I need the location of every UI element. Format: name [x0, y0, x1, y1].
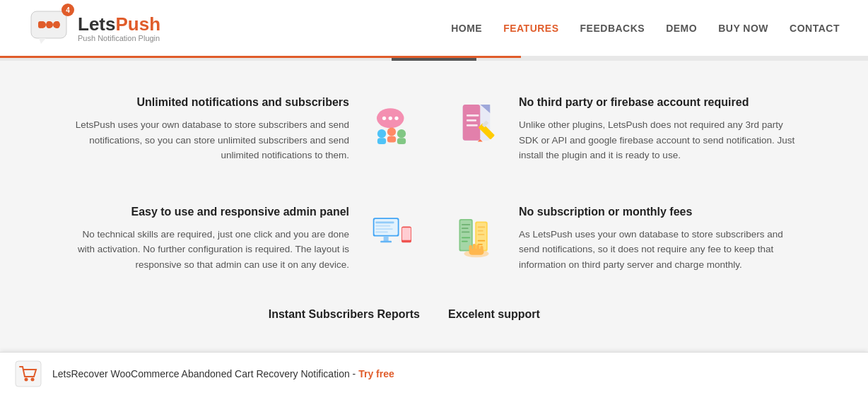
logo-push: Push [115, 13, 160, 35]
svg-rect-59 [476, 244, 479, 252]
svg-rect-60 [480, 245, 483, 251]
svg-rect-57 [469, 245, 472, 252]
header: 4 LetsPush Push Notification Plugin HOME… [0, 0, 868, 58]
svg-rect-23 [463, 105, 481, 141]
svg-rect-38 [375, 225, 390, 227]
svg-rect-58 [473, 244, 476, 252]
nav-buy-now[interactable]: BUY NOW [718, 23, 768, 34]
features-grid: Unlimited notifications and subscribers … [57, 75, 811, 294]
svg-rect-45 [462, 231, 469, 232]
partial-reports-title: Instant Subscribers Reports [71, 308, 420, 321]
svg-rect-46 [462, 237, 470, 238]
feature-firebase: No third party or firebase account requi… [434, 75, 811, 184]
svg-rect-5 [38, 21, 42, 28]
feature-fees-title: No subscription or monthly fees [519, 206, 797, 218]
feature-firebase-text: No third party or firebase account requi… [519, 96, 797, 163]
svg-rect-39 [375, 228, 393, 230]
feature-unlimited-text: Unlimited notifications and subscribers … [71, 96, 349, 163]
svg-rect-40 [375, 231, 388, 232]
svg-rect-37 [375, 221, 394, 223]
svg-marker-4 [39, 38, 46, 44]
nav-contact[interactable]: CONTACT [790, 23, 840, 34]
svg-point-18 [394, 117, 398, 120]
fees-icon [448, 206, 505, 262]
svg-rect-7 [55, 21, 59, 28]
svg-rect-35 [402, 228, 411, 240]
svg-rect-43 [462, 224, 470, 225]
feature-admin-title: Easy to use and responsive admin panel [71, 206, 349, 218]
svg-point-10 [377, 129, 386, 138]
svg-point-36 [406, 240, 408, 242]
feature-unlimited-desc: LetsPush uses your own database to store… [71, 117, 349, 163]
notification-badge: 4 [61, 4, 74, 16]
logo-lets: Lets [78, 13, 115, 35]
svg-rect-47 [462, 240, 468, 242]
main-nav: HOME FEATURES FEEDBACKS DEMO BUY NOW CON… [451, 23, 840, 34]
logo-area: 4 LetsPush Push Notification Plugin [28, 7, 160, 49]
feature-admin-desc: No technical skills are required, just o… [71, 227, 349, 273]
feature-admin-text: Easy to use and responsive admin panel N… [71, 206, 349, 273]
feature-fees-desc: As LetsPush uses your own database to st… [519, 227, 797, 273]
feature-unlimited-title: Unlimited notifications and subscribers [71, 96, 349, 109]
feature-unlimited: Unlimited notifications and subscribers … [57, 75, 434, 184]
svg-rect-44 [462, 228, 469, 229]
svg-rect-52 [478, 234, 485, 235]
svg-rect-29 [467, 124, 478, 126]
logo-subtitle: Push Notification Plugin [78, 34, 160, 42]
feature-fees: No subscription or monthly fees As LetsP… [434, 184, 811, 294]
svg-point-14 [397, 129, 406, 138]
firebase-icon [448, 96, 505, 153]
logo-icon-wrapper: 4 [28, 7, 71, 49]
svg-point-16 [382, 117, 386, 120]
svg-rect-51 [478, 230, 483, 232]
svg-rect-27 [467, 114, 479, 117]
divider-bar [0, 58, 868, 61]
svg-rect-6 [47, 21, 51, 28]
nav-home[interactable]: HOME [451, 23, 482, 34]
partial-support: Excelent support [434, 294, 811, 328]
svg-rect-11 [377, 138, 386, 144]
main-content: Unlimited notifications and subscribers … [0, 61, 868, 349]
svg-rect-53 [478, 240, 486, 242]
nav-features[interactable]: FEATURES [503, 23, 558, 34]
partial-reports: Instant Subscribers Reports [57, 294, 434, 328]
svg-rect-50 [478, 226, 486, 228]
divider-center [392, 58, 476, 61]
svg-rect-32 [384, 236, 389, 241]
svg-rect-28 [467, 119, 476, 122]
logo-text-area: LetsPush Push Notification Plugin [78, 13, 160, 42]
svg-rect-13 [387, 136, 396, 143]
nav-demo[interactable]: DEMO [666, 23, 697, 34]
svg-point-12 [387, 127, 396, 136]
svg-rect-15 [397, 138, 406, 144]
nav-feedbacks[interactable]: FEEDBACKS [580, 23, 645, 34]
partial-support-title: Excelent support [448, 308, 797, 321]
partial-features: Instant Subscribers Reports Excelent sup… [57, 294, 811, 328]
feature-fees-text: No subscription or monthly fees As LetsP… [519, 206, 797, 273]
feature-firebase-title: No third party or firebase account requi… [519, 96, 797, 109]
svg-point-17 [389, 117, 392, 120]
logo-name: LetsPush [78, 13, 160, 35]
feature-admin: Easy to use and responsive admin panel N… [57, 184, 434, 294]
svg-rect-33 [380, 240, 392, 242]
admin-icon [363, 206, 420, 262]
svg-rect-31 [375, 219, 398, 235]
feature-firebase-desc: Unlike other plugins, LetsPush does not … [519, 117, 797, 163]
subscribers-icon [363, 96, 420, 153]
